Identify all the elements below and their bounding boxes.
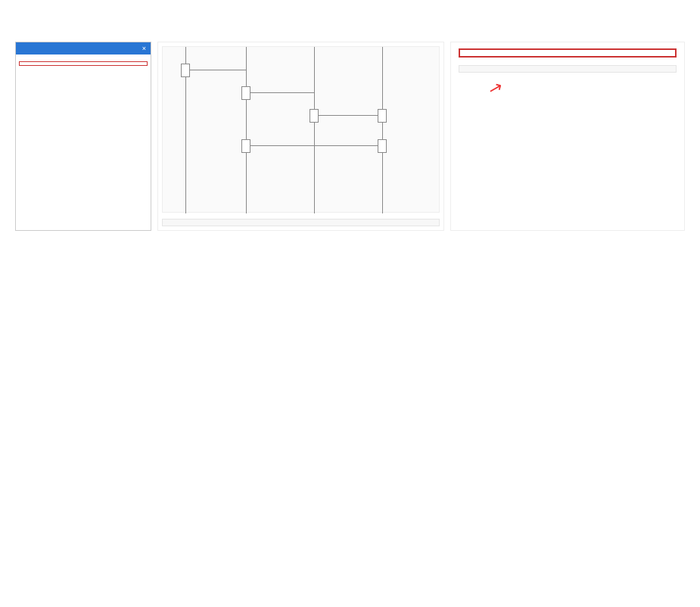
sidebar-tab[interactable]: × bbox=[16, 42, 151, 54]
sequence-diagram bbox=[162, 46, 440, 213]
middle-panel: ↘ bbox=[157, 42, 444, 231]
code-block bbox=[162, 219, 440, 226]
toc-tree[interactable] bbox=[16, 59, 151, 68]
right-title-box bbox=[459, 48, 677, 58]
right-panel: ↗ bbox=[450, 42, 685, 231]
embedded-screenshot: × bbox=[15, 42, 685, 231]
close-icon[interactable]: × bbox=[142, 45, 146, 52]
tree-boxed-region bbox=[19, 61, 148, 66]
red-arrow-icon: ↗ bbox=[487, 77, 505, 100]
code-block bbox=[459, 65, 677, 73]
sidebar-panel: × bbox=[15, 42, 151, 231]
